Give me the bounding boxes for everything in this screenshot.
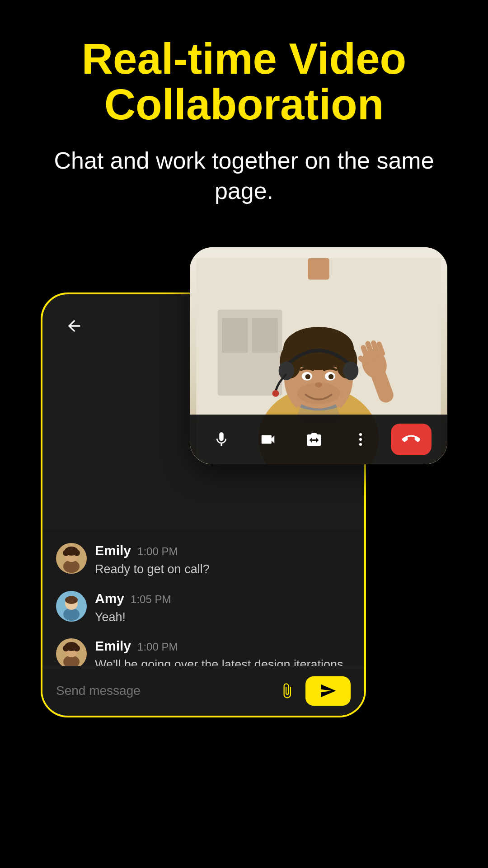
back-button[interactable]	[65, 317, 83, 339]
svg-point-5	[63, 550, 69, 556]
svg-point-16	[74, 645, 80, 651]
svg-point-8	[63, 608, 80, 621]
msg-content-2: Amy 1:05 PM Yeah!	[95, 591, 351, 626]
end-call-button[interactable]	[391, 424, 432, 455]
msg-text-1: Ready to get on call?	[95, 561, 351, 578]
msg-time-3: 1:00 PM	[137, 641, 178, 653]
avatar-amy-1	[56, 591, 87, 622]
more-options-button[interactable]	[345, 424, 376, 455]
chat-message-1: Emily 1:00 PM Ready to get on call?	[56, 543, 351, 578]
svg-point-39	[297, 382, 340, 404]
msg-sender-3: Emily	[95, 638, 131, 654]
flip-camera-button[interactable]	[298, 424, 330, 455]
avatar-emily-2	[56, 638, 87, 669]
svg-point-32	[343, 361, 358, 380]
hero-subtitle: Chat and work together on the same page.	[27, 146, 461, 207]
attach-button[interactable]	[276, 679, 298, 702]
svg-point-10	[65, 596, 78, 604]
svg-rect-23	[222, 318, 248, 353]
camera-button[interactable]	[252, 424, 284, 455]
svg-point-1	[63, 560, 80, 573]
msg-time-2: 1:05 PM	[131, 593, 171, 606]
msg-sender-1: Emily	[95, 543, 131, 558]
msg-header-3: Emily 1:00 PM	[95, 638, 351, 654]
svg-point-37	[328, 374, 333, 379]
chat-message-2: Amy 1:05 PM Yeah!	[56, 591, 351, 626]
svg-point-36	[305, 374, 310, 379]
composite-container: Emily 1:00 PM Ready to get on call?	[41, 247, 447, 726]
svg-point-33	[272, 390, 279, 396]
msg-header-1: Emily 1:00 PM	[95, 543, 351, 558]
msg-sender-2: Amy	[95, 591, 124, 606]
msg-text-2: Yeah!	[95, 609, 351, 626]
page: Real-time Video Collaboration Chat and w…	[0, 0, 488, 868]
hero-title: Real-time Video Collaboration	[27, 36, 461, 127]
svg-point-6	[74, 550, 80, 556]
mic-button[interactable]	[206, 424, 237, 455]
svg-point-15	[63, 645, 69, 651]
message-input-bar	[42, 666, 364, 716]
msg-content-1: Emily 1:00 PM Ready to get on call?	[95, 543, 351, 578]
send-button[interactable]	[305, 676, 351, 706]
video-card	[190, 247, 447, 464]
avatar-emily-1	[56, 543, 87, 574]
svg-point-31	[279, 361, 294, 380]
msg-time-1: 1:00 PM	[137, 545, 178, 558]
message-input[interactable]	[56, 684, 268, 698]
hero-section: Real-time Video Collaboration Chat and w…	[0, 0, 488, 225]
svg-rect-26	[308, 258, 329, 280]
msg-header-2: Amy 1:05 PM	[95, 591, 351, 606]
svg-rect-24	[252, 318, 278, 353]
